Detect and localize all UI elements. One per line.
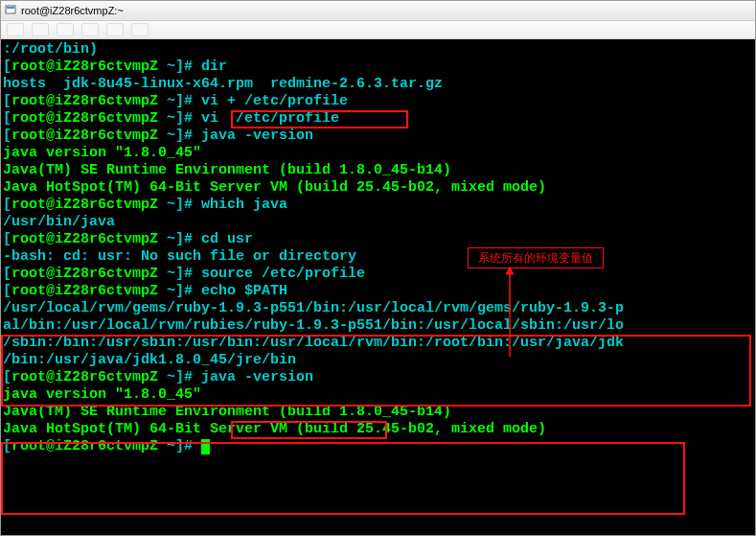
cmd-java-version-1: java -version: [201, 128, 313, 144]
toolbar-btn-5[interactable]: [106, 23, 124, 36]
prompt-close: ]#: [175, 58, 201, 75]
window-title: root@iZ28r6ctvmpZ:~: [21, 5, 124, 16]
putty-icon: [5, 4, 16, 17]
toolbar-btn-2[interactable]: [32, 23, 49, 36]
terminal[interactable]: :/root/bin) [root@iZ28r6ctvmpZ ~]# dir h…: [1, 39, 755, 535]
terminal-cursor: [201, 439, 210, 454]
path-output-1: /usr/local/rvm/gems/ruby-1.9.3-p551/bin:…: [3, 300, 624, 316]
cmd-source: source /etc/profile: [201, 266, 365, 282]
path-output-3: /sbin:/bin:/usr/sbin:/usr/bin:/usr/local…: [3, 335, 624, 351]
java-version-1b: java version "1.8.0_45": [3, 386, 201, 403]
toolbar-btn-3[interactable]: [57, 23, 74, 36]
ls-output: hosts jdk-8u45-linux-x64.rpm redmine-2.6…: [3, 76, 443, 92]
cmd-vi-plus: vi + /etc/profile: [201, 93, 348, 109]
prompt-cwd: ~: [158, 58, 175, 75]
prompt-bracket: [: [3, 58, 11, 75]
app-window: root@iZ28r6ctvmpZ:~ :/root/bin) [root@iZ…: [0, 0, 756, 536]
path-output-4: /bin:/usr/java/jdk1.8.0_45/jre/bin: [3, 352, 296, 368]
path-output-2: al/bin:/usr/local/rvm/rubies/ruby-1.9.3-…: [3, 317, 624, 334]
svg-rect-1: [7, 7, 14, 9]
term-text: :/root/bin): [3, 41, 98, 58]
cmd-echo: echo $PATH: [201, 283, 287, 299]
cmd-which: which java: [201, 197, 287, 213]
toolbar-btn-1[interactable]: [7, 23, 24, 36]
cmd-cd: cd usr: [201, 231, 253, 247]
java-version-2: Java(TM) SE Runtime Environment (build 1…: [3, 162, 451, 178]
java-version-2b: Java(TM) SE Runtime Environment (build 1…: [3, 404, 451, 420]
which-output: /usr/bin/java: [3, 214, 115, 230]
cd-error: -bash: cd: usr: No such file or director…: [3, 248, 356, 265]
toolbar-btn-4[interactable]: [81, 23, 99, 36]
toolbar-btn-6[interactable]: [131, 23, 149, 36]
prompt-userhost: root@iZ28r6ctvmpZ: [11, 58, 158, 75]
cmd-java-version-2: java -version: [201, 369, 313, 385]
cmd-dir: dir: [201, 58, 227, 75]
java-version-3b: Java HotSpot(TM) 64-Bit Server VM (build…: [3, 421, 546, 437]
toolbar: [1, 21, 755, 39]
java-version-1: java version "1.8.0_45": [3, 145, 201, 161]
java-version-3: Java HotSpot(TM) 64-Bit Server VM (build…: [3, 179, 546, 196]
titlebar[interactable]: root@iZ28r6ctvmpZ:~: [1, 1, 755, 21]
cmd-vi: vi /etc/profile: [201, 110, 339, 127]
